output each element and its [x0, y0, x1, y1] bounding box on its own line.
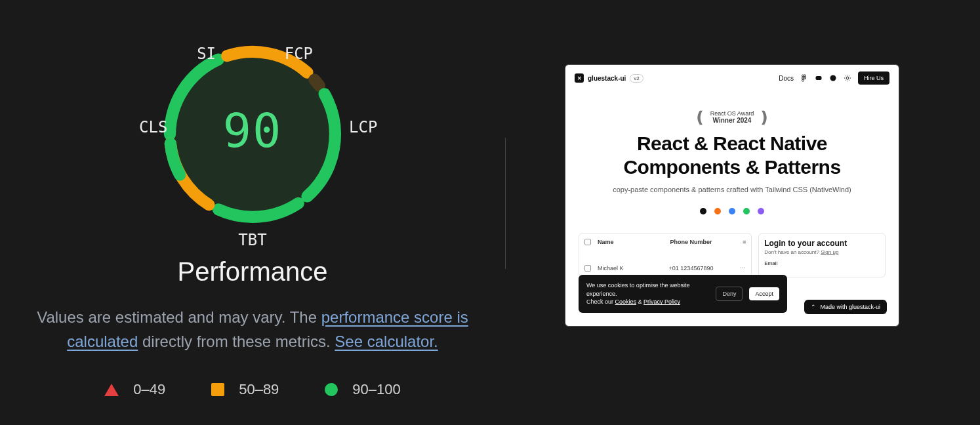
chevrons-up-icon: ⌃: [811, 304, 816, 310]
cookie-line1: We use cookies to optimise the website e…: [586, 281, 709, 298]
cookie-line2-pre: Check our: [586, 298, 615, 305]
color-dots: [565, 208, 899, 214]
legend-pass-label: 90–100: [352, 381, 400, 398]
cookie-amp: &: [636, 298, 643, 305]
page-screenshot-thumbnail[interactable]: ✕ gluestack-ui v2 Docs Hire Us: [565, 64, 899, 327]
gauge-score: 90: [223, 103, 283, 158]
brand-logo-icon: ✕: [575, 73, 584, 83]
desc-text-pre: Values are estimated and may vary. The: [37, 308, 321, 326]
theme-icon: [844, 74, 851, 82]
signup-link: Sign up: [821, 249, 838, 255]
legend-average: 50–89: [211, 381, 279, 398]
square-icon: [211, 383, 224, 396]
desc-text-mid: directly from these metrics.: [138, 333, 335, 350]
privacy-link: Privacy Policy: [643, 298, 680, 305]
svg-point-4: [802, 77, 804, 79]
score-legend: 0–49 50–89 90–100: [104, 381, 401, 398]
metric-label-fcp: FCP: [285, 45, 313, 63]
legend-fail: 0–49: [104, 381, 165, 398]
triangle-icon: [104, 384, 119, 396]
preview-brand: ✕ gluestack-ui v2: [575, 73, 643, 83]
metric-label-lcp: LCP: [349, 118, 377, 136]
legend-fail-label: 0–49: [133, 381, 165, 398]
legend-average-label: 50–89: [239, 381, 279, 398]
laurel-left-icon: ❪: [693, 110, 706, 125]
dot-orange: [714, 208, 721, 214]
version-badge: v2: [630, 74, 643, 83]
performance-gauge: 90 SI FCP LCP TBT CLS: [148, 20, 357, 249]
svg-point-7: [830, 75, 836, 81]
login-title: Login to your account: [764, 239, 880, 248]
email-label: Email: [764, 260, 880, 266]
checkbox-icon: [584, 239, 591, 245]
svg-point-5: [802, 79, 804, 81]
login-card: Login to your account Don't have an acco…: [758, 233, 886, 277]
hire-us-button: Hire Us: [858, 71, 889, 85]
see-calculator-link[interactable]: See calculator.: [335, 333, 438, 350]
dot-green: [743, 208, 750, 214]
made-with-label: Made with gluestack-ui: [820, 304, 880, 310]
preview-subtitle: copy-paste components & patterns crafted…: [565, 186, 899, 193]
preview-nav: Docs Hire Us: [779, 71, 889, 85]
row-phone: +01 1234567890: [669, 265, 734, 272]
award-line1: React OS Award: [710, 110, 754, 117]
circle-icon: [325, 383, 338, 396]
legend-pass: 90–100: [325, 381, 400, 398]
vertical-divider: [505, 138, 506, 269]
svg-point-8: [846, 77, 849, 79]
dot-blue: [729, 208, 735, 214]
metric-label-si: SI: [197, 45, 216, 63]
cookie-banner: We use cookies to optimise the website e…: [579, 275, 787, 313]
svg-point-2: [804, 75, 806, 77]
table-card: Name Phone Number ≡ Michael K +01 123456…: [579, 233, 752, 277]
svg-rect-6: [815, 76, 821, 80]
dot-purple: [758, 208, 764, 214]
row-name: Michael K: [598, 265, 663, 272]
figma-icon: [800, 74, 808, 82]
title-line1: React & React Native: [565, 132, 899, 155]
col-name: Name: [598, 239, 663, 245]
cookie-deny-button: Deny: [716, 287, 743, 301]
cookies-link: Cookies: [615, 298, 637, 305]
preview-header: ✕ gluestack-ui v2 Docs Hire Us: [565, 65, 899, 91]
laurel-right-icon: ❪: [758, 110, 771, 125]
made-with-badge: ⌃ Made with gluestack-ui: [804, 300, 887, 314]
metric-label-tbt: TBT: [238, 231, 266, 249]
nav-docs: Docs: [779, 75, 794, 82]
brand-name: gluestack-ui: [588, 75, 626, 82]
page-preview-panel: ✕ gluestack-ui v2 Docs Hire Us: [565, 64, 899, 327]
award-badge: ❪ React OS Award Winner 2024 ❪: [565, 110, 899, 125]
github-icon: [829, 74, 837, 82]
checkbox-icon: [584, 265, 591, 272]
title-line2: Components & Patterns: [565, 155, 899, 179]
menu-icon: ≡: [743, 239, 746, 245]
performance-panel: 90 SI FCP LCP TBT CLS Performance Values…: [0, 20, 505, 398]
col-phone: Phone Number: [670, 239, 735, 245]
performance-description: Values are estimated and may vary. The p…: [36, 305, 469, 354]
metric-label-cls: CLS: [139, 118, 167, 136]
dot-black: [700, 208, 706, 214]
award-line2: Winner 2024: [710, 117, 754, 125]
login-sub-pre: Don't have an account?: [764, 249, 821, 255]
preview-hero-title: React & React Native Components & Patter…: [565, 132, 899, 179]
performance-title: Performance: [178, 257, 328, 287]
discord-icon: [815, 74, 823, 82]
preview-cards-row: Name Phone Number ≡ Michael K +01 123456…: [565, 233, 899, 277]
cookie-accept-button: Accept: [749, 287, 779, 300]
row-more-icon: ⋯: [740, 265, 746, 272]
